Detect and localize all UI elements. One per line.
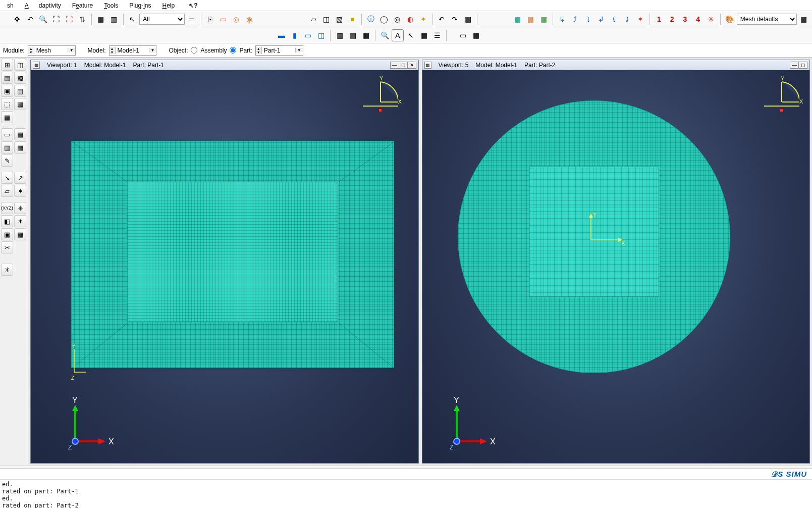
context-help-icon[interactable]: ↖?: [184, 1, 202, 10]
menu-item-tools[interactable]: Tools: [99, 1, 123, 10]
datum4-icon[interactable]: ↲: [596, 13, 608, 25]
grid2-icon[interactable]: ▥: [108, 13, 120, 25]
fit-icon[interactable]: ⛶: [63, 13, 75, 25]
view-1-button[interactable]: 1: [653, 13, 665, 25]
face-partition-icon[interactable]: ◧: [1, 215, 13, 227]
cycle-icon[interactable]: ⇅: [76, 13, 88, 25]
partition-a-icon[interactable]: ▭: [1, 128, 13, 140]
menu-item-feature[interactable]: Feature: [67, 1, 98, 10]
layout-b-icon[interactable]: ▮: [289, 29, 301, 41]
cursor-icon[interactable]: ↖: [127, 13, 139, 25]
circles2-icon[interactable]: ◎: [391, 13, 403, 25]
save-view-icon[interactable]: ▤: [462, 13, 474, 25]
shaded-edges-icon[interactable]: ■: [347, 13, 359, 25]
part-radio[interactable]: [230, 47, 236, 54]
arrow-icon[interactable]: ↖: [405, 29, 417, 41]
layout-g-icon[interactable]: ▦: [360, 29, 372, 41]
module-select[interactable]: ▲▼ ▼: [28, 45, 76, 56]
maximize-icon[interactable]: ◻: [399, 62, 408, 69]
redo-icon[interactable]: ↷: [449, 13, 461, 25]
query-icon[interactable]: 🔍: [378, 29, 391, 41]
zoom-icon[interactable]: 🔍: [37, 13, 49, 25]
grid1-icon[interactable]: ▦: [95, 13, 107, 25]
misc1-icon[interactable]: ▭: [457, 29, 469, 41]
datum-plane-icon[interactable]: ▱: [1, 185, 13, 197]
csys1-icon[interactable]: ✶: [634, 13, 646, 25]
list-icon[interactable]: ☰: [431, 29, 443, 41]
mesh-controls-icon[interactable]: ▦: [1, 72, 13, 84]
partition-c-icon[interactable]: ▥: [1, 141, 13, 154]
csys2-icon[interactable]: ✳: [705, 13, 717, 25]
assembly-radio[interactable]: [191, 47, 197, 54]
mesh-part-icon[interactable]: ▣: [1, 85, 13, 97]
assoc-icon[interactable]: ⬚: [1, 98, 13, 110]
datum6-icon[interactable]: ⤸: [621, 13, 633, 25]
edit-mesh-icon[interactable]: ▦: [1, 111, 13, 123]
axis-partition-icon[interactable]: ✶: [14, 215, 26, 227]
virtual-topo-icon[interactable]: ▣: [1, 228, 13, 240]
circles-icon[interactable]: ◯: [378, 13, 390, 25]
menu-item-sh[interactable]: sh: [2, 1, 19, 10]
model-input[interactable]: [116, 46, 149, 55]
part-input[interactable]: [262, 46, 295, 55]
partition-d-icon[interactable]: ▦: [14, 141, 26, 154]
minimize-icon[interactable]: —: [390, 62, 399, 69]
selection-filter-select[interactable]: All: [139, 14, 184, 25]
csys-icon[interactable]: ✳: [14, 202, 26, 214]
info-icon[interactable]: ⓘ: [365, 13, 377, 25]
datum-pt-icon[interactable]: ↘: [1, 172, 13, 184]
datum5-icon[interactable]: ⤹: [608, 13, 620, 25]
mesh2-icon[interactable]: ▦: [524, 13, 536, 25]
menu-item-plugins[interactable]: Plug-ins: [124, 1, 156, 10]
table-icon[interactable]: ▦: [418, 29, 430, 41]
seed-edge-icon[interactable]: ◫: [14, 59, 26, 71]
wireframe-icon[interactable]: ▱: [307, 13, 319, 25]
element-type-icon[interactable]: ▩: [14, 72, 26, 84]
datum-csys-icon[interactable]: ✶: [14, 185, 26, 197]
layout-a-icon[interactable]: ▬: [276, 29, 288, 41]
layout-d-icon[interactable]: ◫: [315, 29, 327, 41]
close-icon[interactable]: ✕: [407, 62, 416, 69]
render-style-icon[interactable]: 🎨: [724, 13, 736, 25]
box-select-icon[interactable]: ▭: [217, 13, 229, 25]
part-label[interactable]: Part:: [239, 47, 252, 54]
pan-icon[interactable]: ✥: [11, 13, 23, 25]
color-icon[interactable]: ◐: [404, 13, 416, 25]
misc2-icon[interactable]: ▦: [470, 29, 482, 41]
datum-axis-icon[interactable]: ↗: [14, 172, 26, 184]
datum3-icon[interactable]: ⤵: [582, 13, 594, 25]
mesh-region-icon[interactable]: ▤: [14, 85, 26, 97]
render-apply-icon[interactable]: ▦: [798, 13, 810, 25]
select-inside-icon[interactable]: ▭: [186, 13, 198, 25]
zoom-box-icon[interactable]: ⛶: [50, 13, 62, 25]
layout-c-icon[interactable]: ▭: [302, 29, 314, 41]
render-style-select[interactable]: Mesh defaults: [737, 14, 797, 25]
viewport-5-canvas[interactable]: Y X Y: [422, 70, 810, 463]
seed-icon[interactable]: ⊞: [1, 59, 13, 71]
maximize-icon[interactable]: ◻: [798, 62, 807, 69]
view-3-button[interactable]: 3: [679, 13, 691, 25]
menu-item-help[interactable]: Help: [157, 1, 180, 10]
hidden-icon[interactable]: ◫: [320, 13, 333, 25]
menu-item-adaptivity[interactable]: Adaptivity: [20, 1, 66, 10]
undo-icon[interactable]: ↶: [436, 13, 448, 25]
mesh3-icon[interactable]: ▦: [537, 13, 550, 25]
layout-f-icon[interactable]: ▤: [347, 29, 359, 41]
layout-e-icon[interactable]: ▥: [334, 29, 346, 41]
xyz-label-icon[interactable]: (XYZ): [1, 202, 13, 214]
datum1-icon[interactable]: ↳: [556, 13, 568, 25]
copy-icon[interactable]: ⎘: [204, 13, 216, 25]
lasso-icon[interactable]: ◎: [230, 13, 242, 25]
partition-b-icon[interactable]: ▤: [14, 128, 26, 140]
poly-select-icon[interactable]: ◉: [243, 13, 255, 25]
view-2-button[interactable]: 2: [666, 13, 678, 25]
view-4-button[interactable]: 4: [692, 13, 704, 25]
module-input[interactable]: [34, 46, 68, 55]
highlight-icon[interactable]: ✦: [417, 13, 429, 25]
mesh1-icon[interactable]: ▦: [512, 13, 524, 25]
sketch-icon[interactable]: ✎: [1, 155, 13, 167]
datum2-icon[interactable]: ⤴: [569, 13, 581, 25]
shaded-icon[interactable]: ▧: [334, 13, 346, 25]
viewport-1-canvas[interactable]: Y X X: [31, 70, 418, 463]
model-select[interactable]: ▲▼ ▼: [109, 45, 157, 56]
